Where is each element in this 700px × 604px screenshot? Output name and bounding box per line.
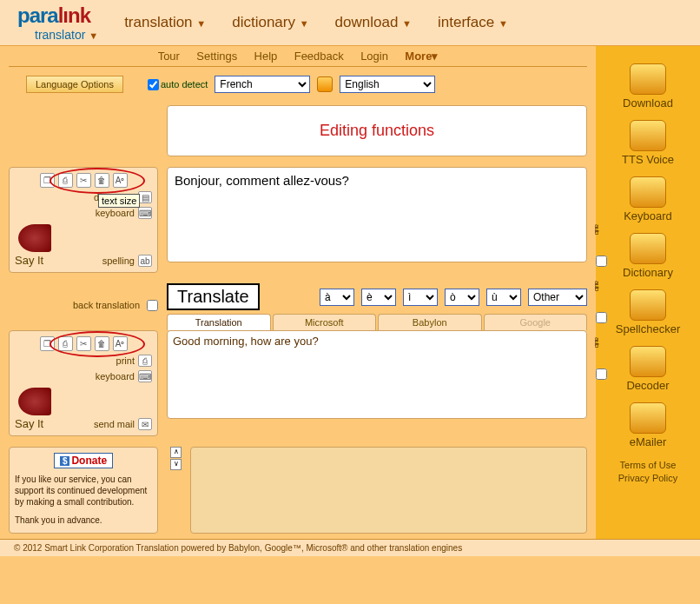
magnifier-icon[interactable] [630,346,666,377]
sidebar: Download TTS Voice Keyboard autoDictiona… [596,46,700,539]
scroll-up-button[interactable]: ∧ [170,447,182,458]
logo-subtitle: translator [35,28,85,42]
speaker-icon[interactable] [18,388,51,415]
tab-microsoft[interactable]: Microsoft [273,314,377,330]
swap-languages-button[interactable] [317,76,333,92]
link-privacy[interactable]: Privacy Policy [596,472,700,485]
print-icon[interactable]: ⎙ [138,355,152,367]
link-help[interactable]: Help [254,50,278,63]
auto-spell-checkbox[interactable] [596,312,607,323]
main-nav: translation ▼ dictionary ▼ download ▼ in… [124,14,508,31]
dictionary-icon[interactable]: ▤ [138,191,152,203]
spelling-icon[interactable]: ab [138,255,152,267]
donate-message: If you like our service, you can support… [15,474,152,508]
speaker-icon[interactable] [18,224,51,252]
megaphone-icon[interactable] [630,120,666,151]
text-size-icon[interactable]: Aᵒ [113,336,128,351]
donate-thanks: Thank you in advance. [15,514,152,526]
cut-icon[interactable]: ✂ [76,336,91,351]
nav-interface[interactable]: interface ▼ [438,14,508,31]
link-settings[interactable]: Settings [196,50,237,63]
auto-dictionary-checkbox[interactable] [596,256,607,267]
link-tour[interactable]: Tour [158,50,180,63]
topbar: Tour Settings Help Feedback Login More▾ [9,46,587,67]
label-print: print [116,355,135,366]
keyboard-icon[interactable] [630,176,666,208]
label-send-mail: send mail [94,419,135,429]
link-more[interactable]: More▾ [405,50,438,63]
source-tools-card: ❐ ⎙ ✂ 🗑 Aᵒ text size dictionary▤ keyboar… [9,167,158,273]
accent-a-select[interactable]: à [320,289,354,306]
donate-card: $Donate If you like our service, you can… [9,447,158,534]
side-download[interactable]: Download [596,96,700,110]
envelope-icon[interactable] [630,402,666,434]
link-feedback[interactable]: Feedback [294,50,344,63]
donate-button[interactable]: $Donate [54,453,113,468]
accent-o-select[interactable]: ò [445,289,479,306]
link-login[interactable]: Login [360,50,388,63]
accent-i-select[interactable]: ì [403,289,438,306]
auto-detect-checkbox[interactable]: auto detect [148,79,208,90]
banner-editing-functions: Editing functions [167,105,587,156]
say-it-button[interactable]: Say It [15,417,51,430]
language-row: Language Options auto detect French Engl… [9,67,587,102]
header: paralınk translator ▼ translation ▼ dict… [0,0,700,46]
copy-icon[interactable]: ❐ [40,336,55,351]
side-decoder[interactable]: Decoder [596,379,700,392]
target-text-output[interactable]: Good morning, how are you? [167,330,587,419]
text-size-icon[interactable]: Aᵒ [113,173,128,188]
copy-icon[interactable]: ❐ [40,173,55,188]
side-emailer[interactable]: eMailer [596,435,700,448]
keyboard-icon[interactable]: ⌨ [138,207,152,219]
accent-other-select[interactable]: Other [528,289,587,306]
logo-para: para [17,3,58,27]
to-language-select[interactable]: English [340,76,435,93]
notepad-icon[interactable] [630,289,666,321]
logo-link: lınk [58,3,90,27]
engine-tabs: Translation Microsoft Babylon Google [167,314,587,330]
nav-translation[interactable]: translation ▼ [124,14,206,31]
books-icon[interactable] [630,233,666,264]
target-tools-card: ❐ ⎙ ✂ 🗑 Aᵒ print⎙ keyboard⌨ Say It [9,330,158,436]
delete-icon[interactable]: 🗑 [95,336,109,351]
label-keyboard: keyboard [96,371,135,382]
logo[interactable]: paralınk translator ▼ [17,3,98,42]
tab-babylon[interactable]: Babylon [378,314,482,330]
auto-label: auto [593,281,601,291]
back-translation-checkbox[interactable] [147,300,158,311]
translate-button[interactable]: Translate [167,283,260,310]
print-icon[interactable]: ⎙ [58,336,73,351]
label-back-translation: back translation [73,300,140,310]
delete-icon[interactable]: 🗑 [95,173,109,188]
footer-copyright: © 2012 Smart Link Corporation Translatio… [0,539,700,556]
keyboard-icon[interactable]: ⌨ [138,370,152,382]
auto-label: auto [593,337,601,348]
download-icon[interactable] [630,63,666,95]
side-tts[interactable]: TTS Voice [596,153,700,166]
side-dictionary[interactable]: Dictionary [596,266,700,279]
auto-decoder-checkbox[interactable] [596,368,607,380]
accent-u-select[interactable]: ù [486,289,521,306]
extra-results-pane [190,447,587,534]
tab-translation[interactable]: Translation [167,314,271,330]
scroll-down-button[interactable]: ∨ [170,459,182,470]
cut-icon[interactable]: ✂ [76,173,91,188]
nav-dictionary[interactable]: dictionary ▼ [232,14,308,31]
accent-e-select[interactable]: è [361,289,396,306]
language-options-button[interactable]: Language Options [26,76,123,93]
tooltip-text-size: text size [98,194,140,208]
tab-google[interactable]: Google [484,314,588,330]
say-it-button[interactable]: Say It [15,254,51,267]
mail-icon[interactable]: ✉ [138,418,152,430]
side-keyboard[interactable]: Keyboard [596,209,700,222]
link-terms[interactable]: Terms of Use [596,459,700,472]
from-language-select[interactable]: French [215,76,310,93]
nav-download[interactable]: download ▼ [335,14,412,31]
side-spellchecker[interactable]: Spellchecker [596,322,700,335]
auto-label: auto [593,224,601,235]
label-spelling: spelling [102,256,135,266]
print-icon[interactable]: ⎙ [58,173,73,188]
source-text-input[interactable] [167,167,587,262]
chevron-down-icon[interactable]: ▼ [89,30,98,41]
label-keyboard: keyboard [96,208,135,218]
